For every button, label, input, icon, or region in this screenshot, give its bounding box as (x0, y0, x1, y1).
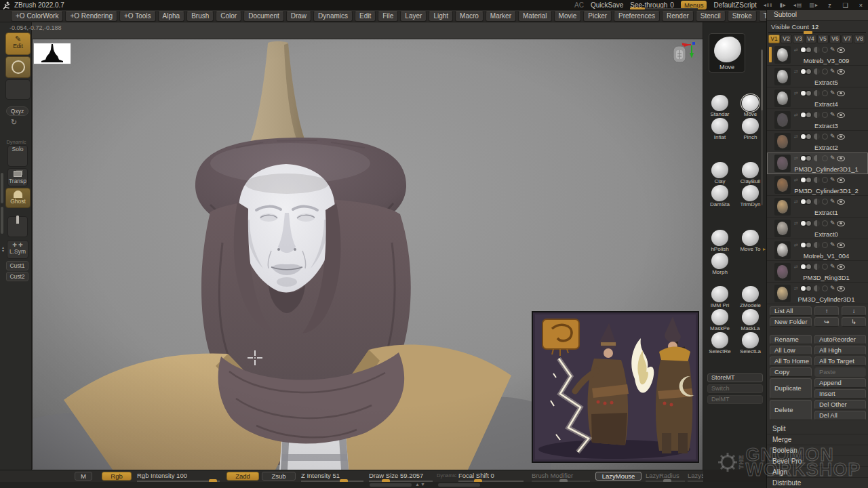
visibility-tab[interactable]: V4 (805, 35, 816, 43)
polypaint-toggle-icon[interactable] (800, 112, 812, 118)
brush-tray-scrollbar[interactable] (761, 49, 763, 205)
subtool-row[interactable]: ⇄ ✎ Motreb_V1_004 (767, 239, 868, 261)
sculptris-button[interactable] (5, 79, 31, 100)
left-tray-scrollbar[interactable] (1, 173, 3, 203)
sculpt-canvas[interactable] (32, 39, 703, 469)
polypaint-toggle-icon[interactable] (800, 155, 812, 161)
zsub-button[interactable]: Zsub (262, 472, 296, 481)
menu-item[interactable]: File (378, 11, 398, 22)
visibility-eye-icon[interactable] (837, 69, 845, 75)
visibility-eye-icon[interactable] (837, 286, 845, 291)
visibility-eye-icon[interactable] (837, 178, 845, 183)
menu-item[interactable]: Brush (186, 11, 214, 22)
paint-brush-icon[interactable]: ✎ (830, 242, 835, 248)
visibility-tab[interactable]: V7 (842, 35, 853, 43)
insert-arrow-button[interactable]: ↳ (842, 317, 866, 327)
visibility-tab[interactable]: V3 (793, 35, 804, 43)
polypaint-toggle-icon[interactable] (800, 68, 812, 75)
menu-item[interactable]: Stencil (696, 11, 726, 22)
menu-item[interactable]: Alpha (158, 11, 185, 22)
active-brush-preview[interactable]: Move (709, 33, 745, 73)
subtool-row[interactable]: ⇄ ✎ PM3D_Cylinder3D1_1 (767, 152, 868, 174)
lock-camera-button[interactable] (7, 216, 28, 237)
visibility-eye-icon[interactable] (837, 199, 845, 205)
section-header[interactable]: Merge (767, 434, 868, 445)
autoreorder-button[interactable]: AutoReorder (814, 335, 866, 344)
menu-item[interactable]: +O Tools (119, 11, 156, 22)
del-all-button[interactable]: Del All (814, 411, 866, 420)
menu-item[interactable]: Dynamics (313, 11, 353, 22)
focal-shift-slider[interactable]: Focal Shift 0 (458, 472, 524, 481)
menu-item[interactable]: Preferences (614, 11, 660, 22)
polypaint-toggle-icon[interactable] (800, 47, 812, 53)
left-tray-toggle-icon[interactable]: ◂‖‖ (764, 2, 773, 8)
cust1-button[interactable]: Cust1 (6, 261, 28, 270)
visibility-eye-icon[interactable] (837, 134, 845, 140)
see-through-thumb[interactable] (630, 7, 645, 9)
qxyz-button[interactable]: Qxyz (6, 106, 28, 116)
menu-item[interactable]: Edit (355, 11, 376, 22)
local-symmetry-button[interactable]: ✛ ✛ L.Sym (7, 240, 28, 259)
lazymouse-button[interactable]: LazyMouse (595, 472, 642, 481)
insert-button[interactable]: Insert (814, 389, 866, 399)
uv-toggle-icon[interactable] (814, 285, 820, 291)
brush-item[interactable]: IMM Pri (705, 285, 735, 308)
all-low-button[interactable]: All Low (770, 346, 812, 355)
polypaint-toggle-icon[interactable] (800, 90, 812, 96)
brush-item[interactable]: Move To (735, 229, 766, 252)
all-to-home-button[interactable]: All To Home (770, 357, 812, 366)
flip-icon[interactable]: ⇄ (794, 286, 798, 291)
display-toggle-icon[interactable] (822, 242, 828, 248)
rgb-button[interactable]: Rgb (102, 472, 132, 481)
tray-divider-arrow[interactable]: ▸ (763, 246, 766, 252)
uv-toggle-icon[interactable] (814, 90, 820, 96)
display-toggle-icon[interactable] (822, 134, 828, 140)
visibility-tab[interactable]: V8 (854, 35, 865, 43)
menu-item[interactable]: Marker (486, 11, 516, 22)
paint-brush-icon[interactable]: ✎ (830, 220, 835, 226)
store-mt-button[interactable]: StoreMT (707, 373, 763, 382)
camera-orientation-widget[interactable] (664, 41, 695, 70)
visibility-tab[interactable]: V6 (829, 35, 841, 43)
visibility-eye-icon[interactable] (837, 91, 845, 96)
display-toggle-icon[interactable] (822, 155, 828, 161)
paint-brush-icon[interactable]: ✎ (830, 47, 835, 53)
divider-left-icon[interactable]: ◂▤ (793, 2, 803, 8)
section-header[interactable]: Bevel Pro (767, 456, 868, 467)
uv-toggle-icon[interactable] (814, 264, 820, 270)
ghost-button[interactable]: Ghost (5, 188, 31, 208)
del-other-button[interactable]: Del Other (814, 400, 866, 409)
scrollbar-segment[interactable] (438, 483, 480, 487)
subtool-row[interactable]: ⇄ ✎ PM3D_Cylinder3D1_2 (767, 174, 868, 196)
rgb-intensity-slider[interactable]: Rgb Intensity 100 (137, 472, 220, 481)
polypaint-toggle-icon[interactable] (800, 177, 812, 183)
visibility-eye-icon[interactable] (837, 47, 845, 53)
move-down-button[interactable]: ↓ (842, 306, 866, 316)
visible-count-slider[interactable]: Visible Count12 (767, 21, 868, 33)
brush-item[interactable]: SelectRe (705, 331, 735, 354)
polypaint-toggle-icon[interactable] (800, 285, 812, 291)
alpha-thumbnail[interactable] (33, 43, 71, 64)
paint-brush-icon[interactable]: ✎ (830, 177, 835, 183)
subtool-row[interactable]: ⇄ ✎ Extract5 (767, 66, 868, 87)
brush-item[interactable]: ZModele (735, 285, 766, 308)
subtool-row[interactable]: ⇄ ✎ Extract4 (767, 87, 868, 109)
copy-button[interactable]: Copy (770, 367, 812, 377)
brush-item[interactable]: hPolish (705, 229, 735, 252)
m-button[interactable]: M (75, 472, 92, 481)
display-toggle-icon[interactable] (822, 285, 828, 291)
display-toggle-icon[interactable] (822, 68, 828, 75)
subtool-row[interactable]: ⇄ ✎ Extract3 (767, 109, 868, 131)
flip-icon[interactable]: ⇄ (794, 134, 798, 140)
flip-icon[interactable]: ⇄ (794, 113, 798, 118)
all-high-button[interactable]: All High (814, 346, 866, 355)
subtool-row[interactable]: ⇄ ✎ PM3D_Ring3D1 (767, 261, 868, 283)
append-button[interactable]: Append (814, 378, 866, 388)
subtool-row[interactable]: ⇄ ✎ Extract0 (767, 218, 868, 239)
restore-icon[interactable]: ❑ (841, 2, 850, 9)
paint-brush-icon[interactable]: ✎ (830, 90, 835, 96)
duplicate-button[interactable]: Duplicate (770, 378, 812, 399)
menu-item[interactable]: Render (662, 11, 694, 22)
visibility-eye-icon[interactable] (837, 156, 845, 161)
paint-brush-icon[interactable]: ✎ (830, 134, 835, 140)
